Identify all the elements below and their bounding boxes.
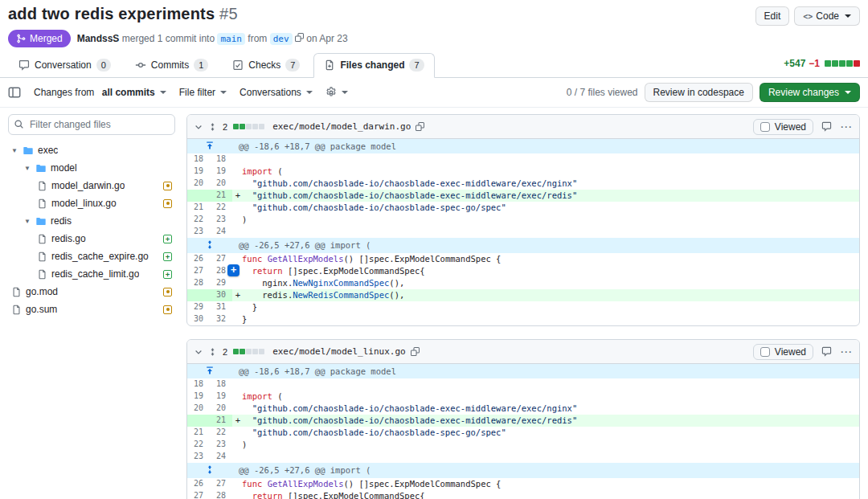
diff-code-line: import (: [232, 391, 859, 403]
chevron-down-icon: [160, 91, 166, 94]
collapse-file-chevron-icon[interactable]: [194, 347, 203, 357]
new-line-number: 18: [210, 378, 232, 391]
old-line-number: 20: [187, 403, 210, 415]
review-in-codespace-button[interactable]: Review in codespace: [645, 83, 753, 102]
tree-file-redis-cache-limit-go[interactable]: redis_cache_limit.go: [8, 265, 175, 283]
tree-file-go-mod[interactable]: go.mod: [8, 283, 175, 301]
folder-icon: [23, 145, 34, 156]
merge-status-bar: Merged MandssS merged 1 commit into main…: [8, 30, 860, 47]
tab-commits[interactable]: Commits1: [125, 53, 219, 78]
author-link[interactable]: MandssS: [77, 33, 120, 44]
new-line-number: 20: [210, 178, 232, 190]
tab-count: 7: [285, 59, 300, 72]
expand-all-icon[interactable]: [208, 347, 217, 357]
tab-count: 1: [194, 59, 208, 72]
comment-icon[interactable]: [821, 121, 832, 132]
base-branch-label[interactable]: main: [217, 33, 245, 45]
copy-branch-icon[interactable]: [295, 33, 304, 42]
hunk-header: @@ -18,6 +18,7 @@ package model: [232, 364, 859, 378]
code-brackets-icon: <>: [803, 12, 813, 21]
file-icon: [11, 287, 22, 297]
file-path-link[interactable]: exec/model/model_darwin.go: [272, 121, 411, 132]
expand-up-icon: [205, 366, 215, 375]
tree-file-go-sum[interactable]: go.sum: [8, 301, 175, 318]
conversations-dropdown[interactable]: Conversations: [240, 87, 313, 98]
chevron-down-icon: [342, 91, 348, 94]
file-icon: [37, 198, 47, 209]
merge-description: MandssS merged 1 commit into main from d…: [77, 33, 348, 44]
changes-from-dropdown[interactable]: Changes from all commits: [34, 87, 166, 98]
diff-code-line: return []spec.ExpModelCommandSpec{: [232, 265, 859, 277]
chevron-down-icon: [220, 91, 227, 94]
tree-file-model-linux-go[interactable]: model_linux.go: [8, 194, 175, 212]
new-line-number: 19: [210, 391, 232, 403]
toggle-file-tree-button[interactable]: [8, 86, 21, 99]
kebab-menu-button[interactable]: ⋯: [840, 123, 853, 131]
tree-folder-exec[interactable]: ▼exec: [8, 141, 175, 159]
collapse-file-chevron-icon[interactable]: [194, 122, 203, 132]
old-line-number: 22: [187, 214, 210, 226]
filter-files-input[interactable]: [8, 114, 175, 135]
new-line-number: 19: [210, 166, 232, 178]
diff-settings-dropdown[interactable]: [326, 87, 348, 98]
tab-count: 0: [96, 59, 111, 72]
edit-button[interactable]: Edit: [755, 6, 790, 26]
tree-folder-redis[interactable]: ▼redis: [8, 212, 175, 230]
expand-diff-button[interactable]: [187, 238, 232, 253]
tree-file-redis-cache-expire-go[interactable]: redis_cache_expire.go: [8, 247, 175, 265]
tab-checks[interactable]: Checks7: [222, 53, 310, 78]
pr-header: add two redis experiments #5 Edit <>Code…: [0, 0, 868, 47]
old-line-number: 30: [187, 313, 210, 325]
file-diffstat-blocks: [232, 349, 264, 354]
code-button[interactable]: <>Code: [794, 6, 860, 26]
file-diff-card: 2 exec/model/model_linux.go Viewed ⋯ @@ …: [186, 339, 860, 499]
expand-diff-button[interactable]: [187, 364, 232, 378]
new-line-number: 21: [210, 190, 232, 202]
head-branch-label[interactable]: dev: [270, 33, 293, 45]
new-line-number: 20: [210, 403, 232, 415]
viewed-checkbox[interactable]: Viewed: [753, 344, 813, 360]
tab-conversation[interactable]: Conversation0: [8, 53, 121, 78]
hunk-header: @@ -18,6 +18,7 @@ package model: [232, 139, 859, 153]
file-changes-count: 2: [223, 347, 227, 357]
review-changes-button[interactable]: Review changes: [760, 83, 860, 102]
diff-code-line: "github.com/chaosblade-io/chaosblade-exe…: [232, 178, 859, 190]
modified-file-icon: [163, 288, 172, 297]
copy-path-icon[interactable]: [411, 347, 420, 356]
expand-diff-button[interactable]: [187, 139, 232, 153]
old-line-number: 26: [187, 253, 210, 265]
folder-icon: [35, 216, 47, 227]
diff-code-line: [232, 378, 859, 391]
old-line-number: 22: [187, 439, 210, 451]
hunk-header: @@ -26,5 +27,6 @@ import (: [232, 463, 859, 478]
add-comment-button[interactable]: +: [227, 264, 240, 276]
deletions-count: −1: [809, 58, 820, 69]
chevron-down-icon: [306, 91, 313, 94]
merge-action-text: merged 1 commit into: [122, 33, 215, 44]
diff-code-line: + redis.NewRedisCommandSpec(),: [232, 289, 859, 301]
tab-files-changed[interactable]: Files changed7: [313, 53, 434, 78]
expand-diff-button[interactable]: [187, 463, 232, 478]
tree-folder-model[interactable]: ▼model: [8, 159, 175, 177]
old-line-number: 21: [187, 202, 210, 214]
new-line-number: 24: [210, 451, 232, 463]
file-filter-dropdown[interactable]: File filter: [179, 87, 227, 98]
old-line-number: 23: [187, 226, 210, 238]
copy-path-icon[interactable]: [416, 122, 424, 131]
expand-all-icon[interactable]: [208, 122, 217, 132]
new-line-number: 27: [210, 253, 232, 265]
kebab-menu-button[interactable]: ⋯: [840, 348, 853, 356]
tree-file-model-darwin-go[interactable]: model_darwin.go: [8, 177, 175, 194]
file-path-link[interactable]: exec/model/model_linux.go: [272, 346, 406, 357]
diffstat-block: [854, 60, 860, 67]
tree-file-redis-go[interactable]: redis.go: [8, 230, 175, 247]
new-line-number: 32: [210, 313, 232, 325]
added-file-icon: [163, 252, 172, 261]
diff-code-line: return []spec.ExpModelCommandSpec{: [232, 490, 859, 499]
from-word: from: [248, 33, 267, 44]
comment-icon[interactable]: [821, 346, 832, 357]
viewed-checkbox[interactable]: Viewed: [753, 119, 813, 135]
pr-tab-bar: Conversation0 Commits1 Checks7 Files cha…: [0, 53, 868, 78]
old-line-number: 19: [187, 391, 210, 403]
expand-up-icon: [205, 141, 215, 150]
